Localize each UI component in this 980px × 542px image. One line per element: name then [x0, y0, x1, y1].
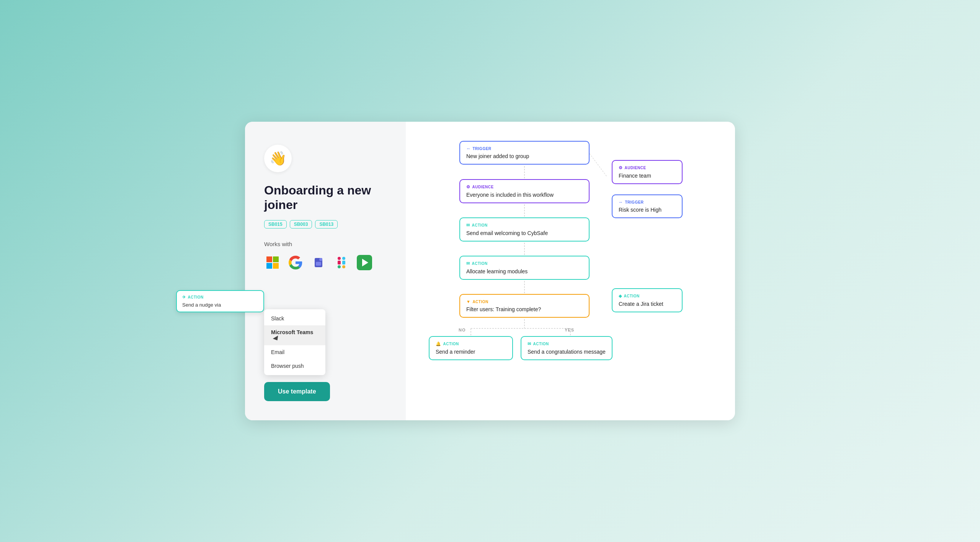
audience-card-1: ⚙ AUDIENCE Everyone is included in this … — [459, 179, 590, 203]
svg-rect-2 — [266, 263, 272, 269]
main-card: 👋 Onboarding a new joiner SB015 SB003 SB… — [245, 122, 735, 420]
action-icon-5: ◆ — [619, 294, 622, 299]
svg-point-8 — [342, 257, 345, 260]
action-icon-3: 🔔 — [436, 341, 441, 346]
audience-icon-2: ⚙ — [619, 165, 623, 170]
audience-label-1: ⚙ AUDIENCE — [466, 184, 583, 189]
action-card-2: ✉ ACTION Allocate learning modules — [459, 256, 590, 280]
svg-point-10 — [342, 265, 345, 268]
action-icon-1: ✉ — [466, 223, 470, 228]
dropdown-item-browser[interactable]: Browser push — [264, 359, 325, 373]
google-icon — [287, 254, 304, 271]
action-card-5: ◆ ACTION Create a Jira ticket — [612, 288, 683, 312]
action-card-3: 🔔 ACTION Send a reminder — [429, 336, 513, 360]
trigger-icon-1: ↔ — [466, 146, 471, 151]
audience-label-2: ⚙ AUDIENCE — [619, 165, 676, 170]
tag-sb015: SB015 — [264, 220, 287, 229]
action-label-5: ◆ ACTION — [619, 294, 676, 299]
audience-text-2: Finance team — [619, 173, 676, 179]
action-label-2: ✉ ACTION — [466, 261, 583, 266]
action-text-4: Send a congratulations message — [528, 349, 606, 355]
teams-icon — [310, 254, 327, 271]
svg-rect-6 — [316, 262, 321, 266]
trigger-card-2: ↔ TRIGGER Risk score is High — [612, 194, 683, 218]
trigger-text-1: New joiner added to group — [466, 153, 583, 159]
svg-rect-1 — [273, 256, 279, 262]
yes-label: YES — [565, 328, 574, 332]
action-label-4: ✉ ACTION — [528, 341, 606, 346]
integrations-row — [264, 254, 387, 271]
action-text-1: Send email welcoming to CybSafe — [466, 230, 583, 236]
audience-icon-1: ⚙ — [466, 184, 470, 189]
action-text-3: Send a reminder — [436, 349, 506, 355]
svg-line-23 — [590, 153, 607, 176]
svg-point-5 — [319, 258, 322, 261]
floating-action-card: ✈ ACTION Send a nudge via — [176, 290, 264, 312]
svg-rect-3 — [273, 263, 279, 269]
action-text-5: Create a Jira ticket — [619, 301, 676, 307]
trigger-label-1: ↔ TRIGGER — [466, 146, 583, 151]
svg-rect-0 — [266, 256, 272, 262]
works-with-label: Works with — [264, 241, 387, 247]
action-card-1: ✉ ACTION Send email welcoming to CybSafe — [459, 217, 590, 242]
action-icon-2: ✉ — [466, 261, 470, 266]
slack-icon — [333, 254, 350, 271]
emoji-icon: 👋 — [264, 145, 292, 172]
action-label-1: ✉ ACTION — [466, 223, 583, 228]
action-label-3: 🔔 ACTION — [436, 341, 506, 346]
prompt-icon — [356, 254, 373, 271]
tags-container: SB015 SB003 SB013 — [264, 220, 387, 229]
floating-action-text: Send a nudge via — [182, 302, 258, 308]
filter-text-1: Filter users: Training complete? — [466, 306, 583, 312]
svg-rect-12 — [342, 261, 345, 264]
action-card-4: ✉ ACTION Send a congratulations message — [521, 336, 612, 360]
flow-diagram: ↔ TRIGGER New joiner added to group ⚙ AU… — [429, 141, 712, 371]
svg-point-7 — [338, 257, 341, 260]
no-label: NO — [459, 328, 466, 332]
action-icon: ✈ — [182, 295, 186, 300]
filter-icon-1: ▼ — [466, 299, 470, 304]
svg-rect-11 — [338, 261, 341, 264]
audience-text-1: Everyone is included in this workflow — [466, 192, 583, 198]
svg-point-9 — [338, 265, 341, 268]
action-icon-4: ✉ — [528, 341, 531, 346]
audience-card-2: ⚙ AUDIENCE Finance team — [612, 160, 683, 184]
right-panel: ↔ TRIGGER New joiner added to group ⚙ AU… — [406, 122, 735, 420]
tag-sb003: SB003 — [290, 220, 312, 229]
trigger-icon-2: ↔ — [619, 200, 623, 204]
page-title: Onboarding a new joiner — [264, 183, 387, 212]
tag-sb013: SB013 — [315, 220, 338, 229]
left-panel: 👋 Onboarding a new joiner SB015 SB003 SB… — [245, 122, 406, 420]
dropdown-item-slack[interactable]: Slack — [264, 312, 325, 325]
floating-action-label: ✈ ACTION — [182, 295, 258, 300]
use-template-button[interactable]: Use template — [264, 382, 330, 401]
trigger-text-2: Risk score is High — [619, 207, 676, 213]
dropdown-item-teams[interactable]: Microsoft Teams — [264, 325, 325, 345]
filter-card-1: ▼ ACTION Filter users: Training complete… — [459, 294, 590, 318]
cursor-icon — [273, 336, 280, 342]
trigger-card-1: ↔ TRIGGER New joiner added to group — [459, 141, 590, 165]
trigger-label-2: ↔ TRIGGER — [619, 200, 676, 204]
microsoft-icon — [264, 254, 281, 271]
action-text-2: Allocate learning modules — [466, 268, 583, 274]
dropdown-menu: Slack Microsoft Teams Email Browser push — [264, 309, 325, 375]
filter-label-1: ▼ ACTION — [466, 299, 583, 304]
dropdown-item-email[interactable]: Email — [264, 345, 325, 359]
